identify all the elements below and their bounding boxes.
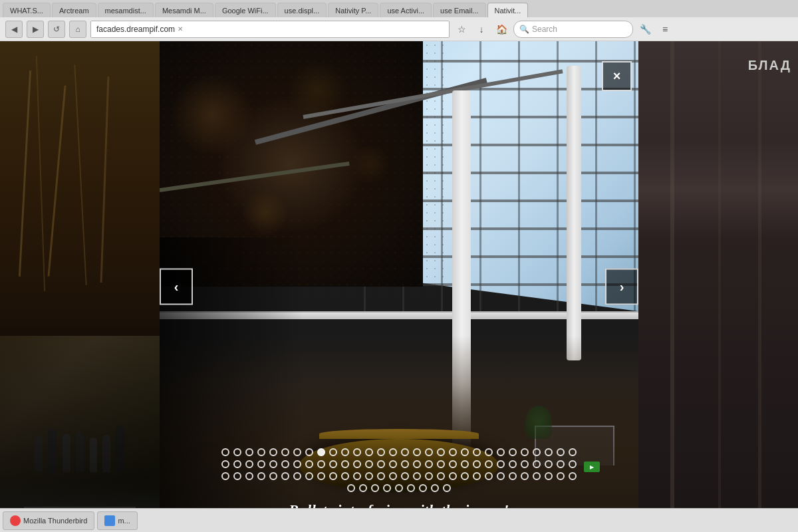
refresh-button[interactable]: ↺: [48, 21, 65, 38]
back-button[interactable]: ◀: [5, 21, 23, 38]
bullet-2-25[interactable]: [521, 472, 529, 480]
bullet-2-14[interactable]: [389, 472, 397, 480]
bullet-1-19[interactable]: [449, 460, 457, 468]
bullet-2-29[interactable]: [569, 472, 577, 480]
bullet-1-27[interactable]: [545, 460, 553, 468]
bullet-1-25[interactable]: [521, 460, 529, 468]
bullet-0-11[interactable]: [353, 448, 361, 456]
bullet-3-7[interactable]: [431, 484, 439, 492]
bullet-1-1[interactable]: [233, 460, 241, 468]
taskbar-thunderbird[interactable]: Mozilla Thunderbird: [3, 511, 94, 530]
bullet-0-20[interactable]: [461, 448, 469, 456]
taskbar-other[interactable]: m...: [97, 511, 137, 530]
bullet-0-19[interactable]: [449, 448, 457, 456]
bullet-2-3[interactable]: [257, 472, 265, 480]
bullet-2-4[interactable]: [269, 472, 277, 480]
bullet-1-22[interactable]: [485, 460, 493, 468]
bullet-1-21[interactable]: [473, 460, 481, 468]
address-clear-button[interactable]: ✕: [178, 25, 183, 33]
bullet-1-5[interactable]: [281, 460, 289, 468]
bullet-0-16[interactable]: [413, 448, 421, 456]
bullet-1-12[interactable]: [365, 460, 373, 468]
bullet-2-1[interactable]: [233, 472, 241, 480]
bullet-1-8[interactable]: [317, 460, 325, 468]
bullet-2-6[interactable]: [293, 472, 301, 480]
bullet-0-8[interactable]: [317, 448, 325, 456]
tab-8[interactable]: use Email...: [433, 3, 485, 17]
bullet-2-15[interactable]: [401, 472, 409, 480]
bullet-2-11[interactable]: [353, 472, 361, 480]
bullet-1-26[interactable]: [533, 460, 541, 468]
bullet-1-18[interactable]: [437, 460, 445, 468]
bullet-2-2[interactable]: [245, 472, 253, 480]
bullet-0-26[interactable]: [533, 448, 541, 456]
bullet-0-3[interactable]: [257, 448, 265, 456]
bullet-1-0[interactable]: [221, 460, 229, 468]
tab-5[interactable]: use.displ...: [277, 3, 327, 17]
bullet-0-17[interactable]: [425, 448, 433, 456]
bullet-0-21[interactable]: [473, 448, 481, 456]
bullet-2-26[interactable]: [533, 472, 541, 480]
bullet-2-23[interactable]: [497, 472, 505, 480]
bullet-1-23[interactable]: [497, 460, 505, 468]
bullet-1-4[interactable]: [269, 460, 277, 468]
bullet-1-11[interactable]: [353, 460, 361, 468]
bullet-3-2[interactable]: [371, 484, 379, 492]
tab-6[interactable]: Nativity P...: [328, 3, 378, 17]
bullet-2-19[interactable]: [449, 472, 457, 480]
bullet-2-27[interactable]: [545, 472, 553, 480]
address-bar[interactable]: facades.dreampif.com ✕: [90, 21, 450, 38]
bullet-3-5[interactable]: [407, 484, 415, 492]
bullet-1-2[interactable]: [245, 460, 253, 468]
bullet-2-21[interactable]: [473, 472, 481, 480]
bullet-3-0[interactable]: [347, 484, 355, 492]
bullet-0-9[interactable]: [329, 448, 337, 456]
tab-9[interactable]: Nativit...: [487, 3, 529, 17]
bullet-0-5[interactable]: [281, 448, 289, 456]
bullet-1-20[interactable]: [461, 460, 469, 468]
bullet-0-0[interactable]: [221, 448, 229, 456]
bullet-3-4[interactable]: [395, 484, 403, 492]
bullet-0-23[interactable]: [497, 448, 505, 456]
bullet-2-13[interactable]: [377, 472, 385, 480]
bullet-0-12[interactable]: [365, 448, 373, 456]
bullet-0-7[interactable]: [305, 448, 313, 456]
bullet-0-1[interactable]: [233, 448, 241, 456]
next-button[interactable]: ›: [605, 269, 638, 305]
bullet-3-1[interactable]: [359, 484, 367, 492]
bullet-2-18[interactable]: [437, 472, 445, 480]
bullet-3-6[interactable]: [419, 484, 427, 492]
tab-4[interactable]: Google WiFi...: [215, 3, 276, 17]
prev-button[interactable]: ‹: [160, 269, 193, 305]
forward-button[interactable]: ▶: [27, 21, 44, 38]
bullet-1-15[interactable]: [401, 460, 409, 468]
bullet-0-6[interactable]: [293, 448, 301, 456]
bullet-1-13[interactable]: [377, 460, 385, 468]
tab-1[interactable]: Arctream: [52, 3, 96, 17]
extensions-icon[interactable]: 🔧: [637, 21, 653, 37]
close-button[interactable]: ×: [602, 61, 632, 91]
bullet-0-4[interactable]: [269, 448, 277, 456]
bullet-1-9[interactable]: [329, 460, 337, 468]
bullet-3-8[interactable]: [443, 484, 451, 492]
bullet-2-24[interactable]: [509, 472, 517, 480]
menu-icon[interactable]: ≡: [657, 21, 673, 37]
bullet-2-8[interactable]: [317, 472, 325, 480]
bullet-2-20[interactable]: [461, 472, 469, 480]
bullet-1-6[interactable]: [293, 460, 301, 468]
bullet-3-3[interactable]: [383, 484, 391, 492]
bullet-1-29[interactable]: [569, 460, 577, 468]
bullet-0-2[interactable]: [245, 448, 253, 456]
tab-2[interactable]: mesamdist...: [98, 3, 154, 17]
download-manager-icon[interactable]: ↓: [473, 21, 489, 37]
bullet-1-14[interactable]: [389, 460, 397, 468]
bullet-0-24[interactable]: [509, 448, 517, 456]
tab-3[interactable]: Mesamdi M...: [155, 3, 213, 17]
bullet-0-28[interactable]: [557, 448, 565, 456]
bullet-0-18[interactable]: [437, 448, 445, 456]
bullet-1-24[interactable]: [509, 460, 517, 468]
bullet-2-28[interactable]: [557, 472, 565, 480]
bullet-0-10[interactable]: [341, 448, 349, 456]
bullet-2-9[interactable]: [329, 472, 337, 480]
tab-7[interactable]: use Activi...: [380, 3, 432, 17]
